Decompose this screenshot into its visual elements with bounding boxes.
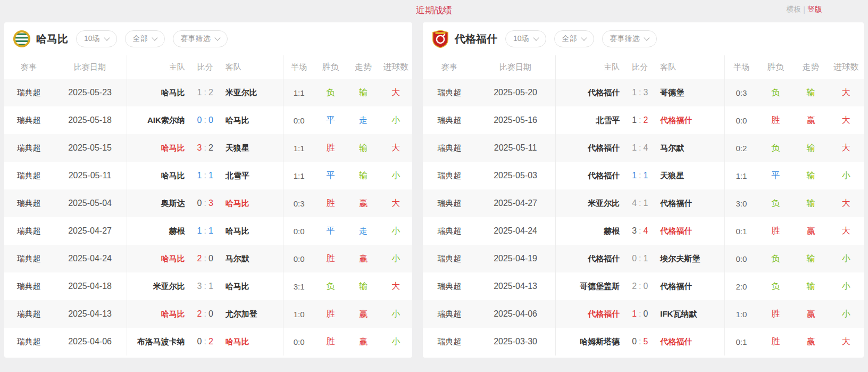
away-score: 4 <box>643 143 648 152</box>
col-away: 客队 <box>655 62 724 72</box>
col-date: 比赛日期 <box>475 62 555 72</box>
table-row: 瑞典超 2025-04-06 代格福什 1:0 IFK瓦纳默 1:0 胜 赢 小 <box>423 300 864 328</box>
score-cell: 3:4 <box>625 226 655 236</box>
table-row: 瑞典超 2025-04-06 布洛马波卡纳 0:2 哈马比 0:0 胜 赢 小 <box>4 328 412 356</box>
away-score: 1 <box>643 254 648 263</box>
scope-filter-dropdown[interactable]: 全部 <box>554 30 594 47</box>
league-cell: 瑞典超 <box>4 199 53 209</box>
half-cell: 0:0 <box>725 116 758 125</box>
date-cell: 2025-04-24 <box>475 226 555 236</box>
away-score: 2 <box>643 115 648 125</box>
league-cell: 瑞典超 <box>4 337 53 347</box>
event-filter-dropdown[interactable]: 赛事筛选 <box>602 30 657 47</box>
away-score: 3 <box>208 199 213 208</box>
matches-filter-dropdown[interactable]: 10场 <box>76 30 117 47</box>
league-cell: 瑞典超 <box>4 115 53 126</box>
result-cell: 负 <box>314 281 347 292</box>
panel-degerfors: 代格福什 10场 全部 赛事筛选 赛事 比赛日期 主队 比分 客队 半场 <box>423 22 864 358</box>
chevron-down-icon <box>644 35 649 40</box>
col-half: 半场 <box>725 62 758 72</box>
view-vertical-link[interactable]: 竖版 <box>807 5 822 14</box>
date-cell: 2025-04-18 <box>53 282 127 291</box>
table-row: 瑞典超 2025-05-20 代格福什 1:3 哥德堡 0:3 负 输 大 <box>423 79 864 106</box>
score-cell: 0:2 <box>190 337 220 346</box>
away-team: 代格福什 <box>655 115 724 126</box>
away-team: 哈马比 <box>220 282 283 292</box>
col-score: 比分 <box>625 62 655 72</box>
score-cell: 1:2 <box>625 115 655 125</box>
col-half: 半场 <box>283 62 314 72</box>
hammarby-badge-icon <box>13 30 31 48</box>
event-filter-dropdown[interactable]: 赛事筛选 <box>173 30 228 47</box>
result-cell: 负 <box>758 87 793 98</box>
match-cell: 哥德堡盖斯 2:0 代格福什 <box>555 272 725 300</box>
home-team: 代格福什 <box>556 143 625 153</box>
match-cell: 代格福什 0:1 埃尔夫斯堡 <box>555 245 725 272</box>
result-cell: 胜 <box>314 253 347 264</box>
away-team: 代格福什 <box>655 199 724 209</box>
result-cell: 胜 <box>314 143 347 154</box>
result-cell: 负 <box>758 143 793 154</box>
home-team: 哈姆斯塔德 <box>556 337 625 347</box>
result-cell: 胜 <box>758 336 793 348</box>
home-score: 1 <box>632 88 637 97</box>
match-cell: 赫根 3:4 代格福什 <box>555 217 725 245</box>
result-cell: 负 <box>758 198 793 209</box>
away-score: 1 <box>208 282 213 291</box>
home-score: 4 <box>632 199 637 208</box>
league-cell: 瑞典超 <box>423 337 475 347</box>
trend-cell: 输 <box>793 170 828 181</box>
half-cell: 3:1 <box>283 282 314 291</box>
date-cell: 2025-05-04 <box>53 199 127 208</box>
event-filter-label: 赛事筛选 <box>181 34 211 44</box>
match-cell: 赫根 1:1 哈马比 <box>127 217 283 245</box>
home-score: 0 <box>632 337 637 346</box>
away-team: 哈马比 <box>220 337 283 347</box>
panels-container: 哈马比 10场 全部 赛事筛选 赛事 比赛日期 主队 比分 客队 半场 <box>0 22 868 358</box>
league-cell: 瑞典超 <box>423 282 475 292</box>
half-cell: 1:0 <box>283 310 314 319</box>
goals-cell: 小 <box>380 253 412 264</box>
home-team: 代格福什 <box>556 309 625 319</box>
home-team: 布洛马波卡纳 <box>127 337 190 347</box>
col-result: 胜负 <box>314 62 347 73</box>
home-team: 赫根 <box>556 226 625 236</box>
home-score: 2 <box>632 282 637 291</box>
goals-cell: 大 <box>829 115 864 126</box>
score-cell: 0:1 <box>625 254 655 263</box>
match-cell: 代格福什 1:4 马尔默 <box>555 134 725 162</box>
table-row: 瑞典超 2025-04-24 赫根 3:4 代格福什 0:1 胜 赢 大 <box>423 217 864 245</box>
date-cell: 2025-04-06 <box>475 309 555 319</box>
away-score: 0 <box>208 254 213 263</box>
league-cell: 瑞典超 <box>4 282 53 292</box>
scope-filter-dropdown[interactable]: 全部 <box>125 30 165 47</box>
match-cell: 米亚尔比 3:1 哈马比 <box>127 272 283 300</box>
score-cell: 1:1 <box>190 171 220 180</box>
half-cell: 0:1 <box>725 337 758 346</box>
event-filter-label: 赛事筛选 <box>610 34 640 44</box>
result-cell: 负 <box>758 253 793 264</box>
home-score: 0 <box>632 254 637 263</box>
scope-filter-label: 全部 <box>133 34 148 44</box>
league-cell: 瑞典超 <box>4 171 53 181</box>
table-row: 瑞典超 2025-05-03 代格福什 1:1 天狼星 1:1 平 输 小 <box>423 162 864 189</box>
table-row: 瑞典超 2025-04-24 哈马比 2:0 马尔默 0:0 胜 赢 小 <box>4 245 412 272</box>
date-cell: 2025-04-13 <box>475 282 555 291</box>
panel-hammarby: 哈马比 10场 全部 赛事筛选 赛事 比赛日期 主队 比分 客队 半场 <box>4 22 412 358</box>
goals-cell: 小 <box>829 281 864 292</box>
scope-filter-label: 全部 <box>562 34 577 44</box>
home-score: 1 <box>632 309 637 318</box>
table-row: 瑞典超 2025-05-18 AIK索尔纳 0:0 哈马比 0:0 平 走 小 <box>4 106 412 134</box>
date-cell: 2025-05-23 <box>53 88 127 97</box>
goals-cell: 小 <box>829 170 864 181</box>
goals-cell: 大 <box>380 198 412 209</box>
away-team: 代格福什 <box>655 282 724 292</box>
match-cell: 哈马比 3:2 天狼星 <box>127 134 283 162</box>
result-cell: 平 <box>314 170 347 181</box>
matches-filter-dropdown[interactable]: 10场 <box>505 30 546 47</box>
table-header: 赛事 比赛日期 主队 比分 客队 半场 胜负 走势 进球数 <box>423 55 864 79</box>
home-team: 哈马比 <box>127 88 190 98</box>
away-score: 1 <box>643 171 648 180</box>
view-horizontal-link[interactable]: 横板 <box>786 5 801 14</box>
league-cell: 瑞典超 <box>4 143 53 153</box>
